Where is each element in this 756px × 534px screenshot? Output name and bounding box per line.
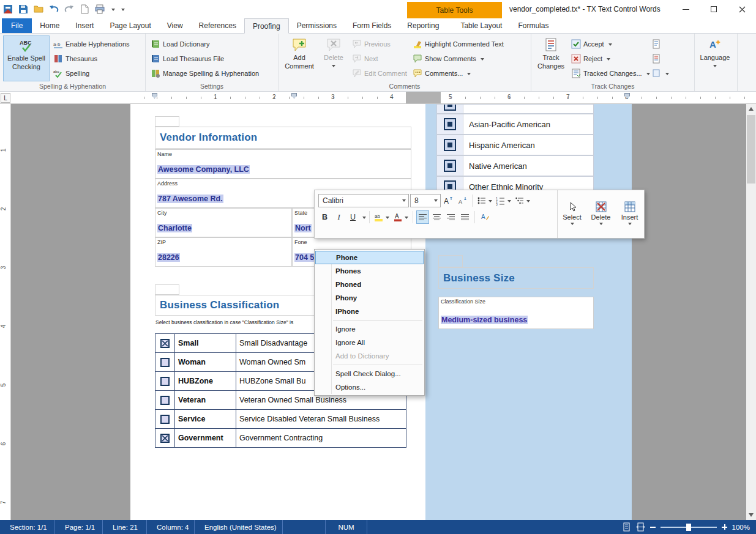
grow-font-button[interactable]: A xyxy=(442,194,455,207)
menu-item-suggestion[interactable]: Phoned xyxy=(315,278,424,291)
menu-item-suggestion[interactable]: Phony xyxy=(315,291,424,305)
spelling-button[interactable]: abc Spelling xyxy=(51,67,132,80)
scrollbar-thumb[interactable] xyxy=(747,115,755,184)
tab-permissions[interactable]: Permissions xyxy=(289,18,345,33)
table-cell[interactable] xyxy=(155,116,179,127)
scroll-down-button[interactable] xyxy=(746,510,756,520)
minimize-button[interactable] xyxy=(672,0,700,18)
font-size-combo[interactable]: 8 xyxy=(410,194,441,207)
fone-value[interactable]: 704 5 xyxy=(294,253,315,262)
zoom-in-icon[interactable] xyxy=(722,524,727,530)
ruler-table-gutter[interactable] xyxy=(406,92,441,103)
accept-change-button[interactable]: Accept xyxy=(569,37,648,51)
menu-item-suggestion[interactable]: IPhone xyxy=(315,305,424,318)
tab-formulas[interactable]: Formulas xyxy=(510,18,556,33)
classification-size-field[interactable]: Classification Size Medium-sized busines… xyxy=(438,297,594,329)
name-field[interactable]: Name Awesome Company, LLC xyxy=(155,149,411,179)
maximize-button[interactable] xyxy=(700,0,728,18)
print-icon[interactable] xyxy=(94,4,105,15)
comments-dialog-button[interactable]: Comments... xyxy=(411,67,522,80)
track-nav-1-button[interactable] xyxy=(649,37,668,51)
zoom-slider-thumb[interactable] xyxy=(686,524,691,531)
formatting-button[interactable]: A xyxy=(478,210,491,224)
ethnicity-checkbox[interactable] xyxy=(444,139,456,151)
zip-value[interactable]: 28226 xyxy=(157,253,180,262)
tab-file[interactable]: File xyxy=(2,18,32,33)
scroll-up-button[interactable] xyxy=(746,104,756,114)
classification-checkbox[interactable] xyxy=(160,396,170,405)
vertical-scrollbar[interactable] xyxy=(746,104,756,520)
track-changes-button[interactable]: Track Changes xyxy=(534,35,567,81)
tab-insert[interactable]: Insert xyxy=(67,18,102,33)
underline-dropdown-icon[interactable] xyxy=(362,217,366,221)
open-folder-icon[interactable] xyxy=(33,4,44,15)
city-value[interactable]: Charlotte xyxy=(157,224,192,232)
load-dictionary-button[interactable]: Load Dictionary xyxy=(149,37,261,51)
redo-icon[interactable] xyxy=(64,4,75,15)
qat-customize-icon[interactable] xyxy=(121,9,125,13)
edit-comment-button[interactable]: Edit Comment xyxy=(350,67,409,80)
fit-page-icon[interactable] xyxy=(622,522,631,532)
table-cell[interactable] xyxy=(438,255,463,267)
language-button[interactable]: A Language xyxy=(698,35,732,81)
menu-item-ignore[interactable]: Ignore xyxy=(315,322,424,336)
tab-home[interactable]: Home xyxy=(32,18,67,33)
address-value[interactable]: 787 Awesome Rd. xyxy=(157,195,223,203)
zoom-slider[interactable] xyxy=(661,527,717,528)
menu-item-suggestion[interactable]: Phones xyxy=(315,264,424,278)
table-insert-button[interactable]: Insert xyxy=(615,190,644,238)
fit-width-icon[interactable] xyxy=(636,522,645,532)
tab-table-layout[interactable]: Table Layout xyxy=(452,18,510,33)
text-highlight-button[interactable]: ab xyxy=(373,210,391,224)
menu-item-ignore-all[interactable]: Ignore All xyxy=(315,336,424,349)
close-button[interactable] xyxy=(728,0,756,18)
tab-reporting[interactable]: Reporting xyxy=(399,18,447,33)
classification-checkbox[interactable] xyxy=(160,377,170,386)
new-document-icon[interactable] xyxy=(79,4,90,15)
highlight-commented-text-button[interactable]: Highlight Commented Text xyxy=(411,37,522,51)
load-thesaurus-file-button[interactable]: Load Thesaurus File xyxy=(149,52,261,65)
italic-button[interactable]: I xyxy=(332,210,345,224)
font-color-button[interactable]: A xyxy=(392,210,410,224)
table-cell[interactable] xyxy=(155,284,179,295)
tracked-changes-dialog-button[interactable]: Tracked Changes... xyxy=(569,67,648,80)
tab-form-fields[interactable]: Form Fields xyxy=(345,18,399,33)
thesaurus-button[interactable]: Thesaurus xyxy=(51,52,132,65)
bullet-list-button[interactable] xyxy=(476,194,493,207)
track-nav-2-button[interactable] xyxy=(649,52,668,65)
numbered-list-button[interactable]: 123 xyxy=(495,194,512,207)
add-comment-button[interactable]: Add Comment xyxy=(282,35,317,81)
enable-spell-checking-button[interactable]: ABC Enable Spell Checking xyxy=(3,35,50,81)
underline-button[interactable]: U xyxy=(346,210,359,224)
menu-item-options[interactable]: Options... xyxy=(315,380,424,394)
manage-spelling-hyphenation-button[interactable]: Manage Spelling & Hyphenation xyxy=(149,67,261,80)
classification-checkbox[interactable] xyxy=(160,434,170,443)
ethnicity-checkbox[interactable] xyxy=(444,160,456,172)
tab-stop-selector[interactable]: L xyxy=(1,93,10,103)
justify-button[interactable] xyxy=(458,210,471,224)
zoom-out-icon[interactable] xyxy=(650,527,656,528)
classification-checkbox[interactable] xyxy=(160,415,170,424)
shrink-font-button[interactable]: A xyxy=(456,194,469,207)
name-value[interactable]: Awesome Company, LLC xyxy=(157,165,250,174)
tab-view[interactable]: View xyxy=(159,18,191,33)
reject-change-button[interactable]: Reject xyxy=(569,52,648,65)
table-delete-button[interactable]: Delete xyxy=(586,190,615,238)
classification-checkbox[interactable] xyxy=(160,339,170,348)
multilevel-list-button[interactable] xyxy=(514,194,531,207)
align-left-button[interactable] xyxy=(416,210,429,224)
align-right-button[interactable] xyxy=(444,210,457,224)
classification-size-value[interactable]: Medium-sized business xyxy=(441,316,528,324)
previous-comment-button[interactable]: Previous xyxy=(350,37,409,51)
save-icon[interactable] xyxy=(18,4,29,15)
delete-comment-button[interactable]: Delete xyxy=(319,35,348,81)
classification-checkbox[interactable] xyxy=(160,358,170,367)
next-comment-button[interactable]: Next xyxy=(350,52,409,65)
table-select-button[interactable]: Select xyxy=(558,190,586,238)
menu-item-add-to-dictionary[interactable]: Add to Dictionary xyxy=(315,349,424,363)
undo-icon[interactable] xyxy=(48,4,59,15)
zip-field[interactable]: ZIP 28226 xyxy=(155,237,292,267)
enable-hyphenations-button[interactable]: a-b Enable Hyphenations xyxy=(51,37,132,51)
ethnicity-checkbox[interactable] xyxy=(444,118,456,130)
tab-page-layout[interactable]: Page Layout xyxy=(102,18,159,33)
